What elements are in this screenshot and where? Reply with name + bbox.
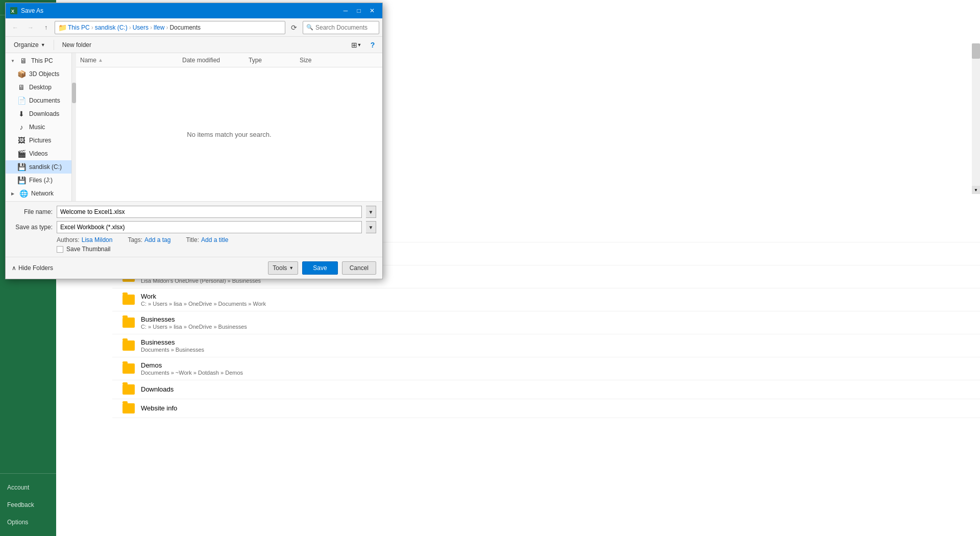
save-thumbnail-label[interactable]: Save Thumbnail (66, 246, 111, 253)
sort-icon-name: ▲ (98, 57, 103, 63)
dialog-toolbar: Organize ▼ New folder ⊞ ▼ ? (6, 37, 382, 53)
folder-info: Website info (141, 404, 177, 412)
titlebar-buttons: ─ □ ✕ (339, 5, 378, 17)
bg-folder-3[interactable]: Work C: » Users » lisa » OneDrive » Docu… (112, 288, 980, 311)
expand-icon: ▶ (10, 190, 16, 197)
save-type-input[interactable] (57, 221, 362, 233)
dialog-navbar: ← → ↑ 📁 This PC › sandisk (C:) › Users ›… (6, 18, 382, 37)
network-icon: 🌐 (19, 189, 28, 198)
hide-folders-button[interactable]: ∧ Hide Folders (12, 264, 53, 272)
thumbnail-row: Save Thumbnail (12, 246, 376, 253)
add-title-link[interactable]: Add a title (201, 236, 228, 243)
sidebar-item-network[interactable]: ▶ 🌐 Network (6, 187, 71, 200)
documents-icon: 📄 (17, 96, 26, 105)
help-button[interactable]: ? (367, 39, 378, 51)
content-empty-message: No items match your search. (76, 67, 382, 201)
file-name-label: File name: (12, 208, 53, 215)
tools-button[interactable]: Tools ▼ (268, 261, 298, 275)
sidebar-item-desktop[interactable]: 🖥 Desktop (6, 81, 71, 94)
excel-scrollbar[interactable]: ▼ (972, 43, 980, 194)
excel-sidebar-feedback[interactable]: Feedback (0, 496, 56, 514)
save-thumbnail-checkbox[interactable] (57, 246, 63, 253)
col-header-type[interactable]: Type (249, 57, 300, 64)
organize-button[interactable]: Organize ▼ (10, 39, 50, 51)
folder-info: Demos Documents » ~Work » Dotdash » Demo… (141, 361, 243, 376)
close-button[interactable]: ✕ (366, 5, 378, 17)
save-type-label: Save as type: (12, 224, 53, 231)
bg-folder-5[interactable]: Businesses Documents » Businesses (112, 334, 980, 357)
breadcrumb-this-pc[interactable]: This PC (68, 24, 90, 31)
tags-label: Tags: (128, 236, 142, 243)
file-name-dropdown[interactable]: ▼ (366, 206, 376, 218)
folder-icon (122, 295, 135, 305)
folder-info: Businesses C: » Users » lisa » OneDrive … (141, 315, 247, 330)
downloads-icon: ⬇ (17, 110, 26, 118)
excel-scrollbar-thumb[interactable] (972, 43, 980, 59)
sidebar-item-downloads[interactable]: ⬇ Downloads (6, 107, 71, 120)
folder-icon (122, 384, 135, 395)
maximize-button[interactable]: □ (353, 5, 365, 17)
sidebar-section: ▼ 🖥 This PC 📦 3D Objects 🖥 Desktop 📄 Doc… (6, 53, 71, 201)
bg-folder-7[interactable]: Downloads (112, 380, 980, 399)
col-header-date[interactable]: Date modified (182, 57, 249, 64)
sidebar-item-3d-objects[interactable]: 📦 3D Objects (6, 67, 71, 81)
folder-icon (122, 363, 135, 374)
files-j-icon: 💾 (17, 176, 26, 184)
excel-scrollbar-down[interactable]: ▼ (972, 186, 980, 194)
nav-back-button[interactable]: ← (9, 21, 22, 34)
authors-value[interactable]: Lisa Mildon (82, 236, 113, 243)
expand-icon: ▼ (10, 58, 16, 64)
new-folder-button[interactable]: New folder (58, 39, 95, 51)
search-box: 🔍 (303, 21, 379, 34)
3d-objects-icon: 📦 (17, 70, 26, 78)
excel-sidebar-options[interactable]: Options (0, 514, 56, 531)
breadcrumb-users[interactable]: Users (133, 24, 149, 31)
bg-folder-6[interactable]: Demos Documents » ~Work » Dotdash » Demo… (112, 357, 980, 380)
search-input[interactable] (315, 24, 376, 31)
svg-text:X: X (11, 9, 14, 14)
bg-folder-8[interactable]: Website info (112, 399, 980, 418)
dialog-sidebar: ▼ 🖥 This PC 📦 3D Objects 🖥 Desktop 📄 Doc… (6, 53, 72, 201)
nav-forward-button[interactable]: → (24, 21, 37, 34)
excel-sidebar-account[interactable]: Account (0, 479, 56, 496)
folder-icon (122, 318, 135, 328)
col-header-name[interactable]: Name ▲ (80, 57, 182, 64)
col-header-size[interactable]: Size (300, 57, 340, 64)
breadcrumb-sandisk[interactable]: sandisk (C:) (95, 24, 128, 31)
minimize-button[interactable]: ─ (339, 5, 352, 17)
sidebar-item-music[interactable]: ♪ Music (6, 120, 71, 134)
sidebar-item-sandisk[interactable]: 💾 sandisk (C:) (6, 160, 71, 174)
sidebar-item-documents[interactable]: 📄 Documents (6, 94, 71, 107)
dialog-titlebar: X Save As ─ □ ✕ (6, 3, 382, 18)
toolbar-separator (54, 40, 54, 50)
nav-up-button[interactable]: ↑ (39, 21, 53, 34)
sidebar-item-videos[interactable]: 🎬 Videos (6, 147, 71, 160)
file-name-input[interactable] (57, 206, 362, 218)
cancel-button[interactable]: Cancel (342, 261, 376, 275)
sidebar-item-this-pc[interactable]: ▼ 🖥 This PC (6, 54, 71, 67)
save-button[interactable]: Save (302, 261, 337, 275)
sidebar-scrollbar-thumb[interactable] (72, 83, 76, 103)
refresh-button[interactable]: ⟳ (287, 21, 301, 34)
organize-dropdown-icon: ▼ (41, 42, 45, 47)
sidebar-item-files-j[interactable]: 💾 Files (J:) (6, 174, 71, 187)
search-icon: 🔍 (306, 24, 313, 31)
dialog-content: Name ▲ Date modified Type Size No items … (76, 53, 382, 201)
save-type-dropdown[interactable]: ▼ (366, 221, 376, 233)
dialog-title: Save As (21, 7, 339, 14)
folder-icon-small: 📁 (58, 23, 67, 32)
sidebar-scrollbar[interactable] (72, 53, 76, 201)
folder-info: Work C: » Users » lisa » OneDrive » Docu… (141, 293, 266, 307)
view-button[interactable]: ⊞ ▼ (350, 38, 363, 52)
action-buttons: Tools ▼ Save Cancel (268, 261, 376, 275)
sidebar-item-pictures[interactable]: 🖼 Pictures (6, 134, 71, 147)
dialog-body: ▼ 🖥 This PC 📦 3D Objects 🖥 Desktop 📄 Doc… (6, 53, 382, 201)
meta-row: Authors: Lisa Mildon Tags: Add a tag Tit… (12, 236, 376, 243)
authors-label: Authors: (57, 236, 80, 243)
breadcrumb-lfew[interactable]: lfew (154, 24, 164, 31)
bg-folder-4[interactable]: Businesses C: » Users » lisa » OneDrive … (112, 311, 980, 334)
add-tag-link[interactable]: Add a tag (144, 236, 170, 243)
excel-app-icon: X (10, 7, 18, 15)
pictures-icon: 🖼 (17, 136, 26, 144)
file-name-row: File name: ▼ (12, 206, 376, 218)
